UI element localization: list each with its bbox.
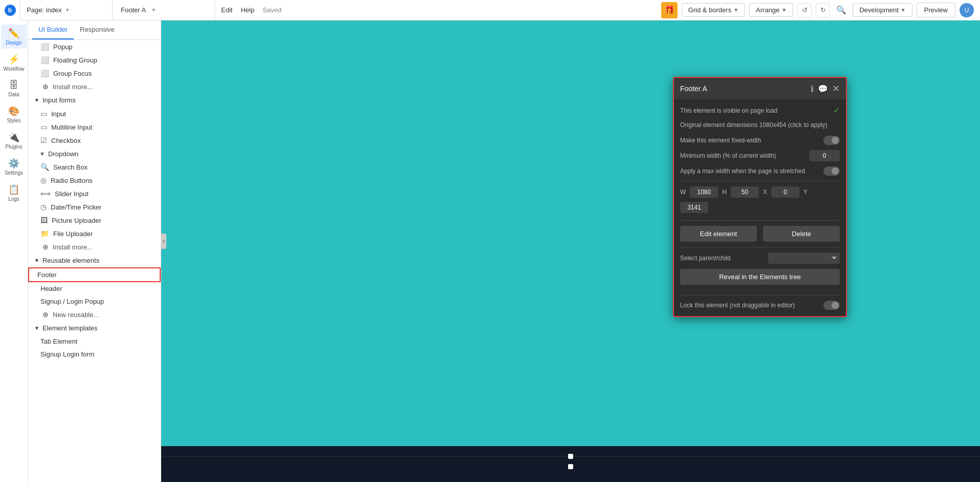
canvas: Footer A ℹ 💬 ✕ This element is visible o… bbox=[161, 20, 980, 482]
section-element-templates[interactable]: ▼ Element templates bbox=[28, 321, 161, 335]
development-button[interactable]: Development ▼ bbox=[853, 3, 912, 17]
max-width-label: Apply a max width when the page is stret… bbox=[680, 167, 819, 175]
visible-label: This element is visible on page load bbox=[680, 107, 829, 114]
panel-item-checkbox[interactable]: ☑ Checkbox bbox=[28, 134, 161, 147]
sidebar-item-data[interactable]: 🗄 Data bbox=[1, 77, 27, 100]
max-width-knob bbox=[832, 167, 839, 175]
grid-borders-button[interactable]: Grid & borders ▼ bbox=[682, 3, 745, 17]
props-title: Footer A bbox=[680, 85, 807, 93]
panel-item-header[interactable]: Header bbox=[28, 282, 161, 295]
info-icon[interactable]: ℹ bbox=[811, 84, 814, 94]
section-templates-arrow-icon: ▼ bbox=[34, 325, 39, 331]
panel-item-input[interactable]: ▭ Input bbox=[28, 107, 161, 120]
panel-item-search-box[interactable]: 🔍 Search Box bbox=[28, 160, 161, 174]
panel-item-popup[interactable]: ⬜ Popup bbox=[28, 40, 161, 53]
canvas-resize-handle-2[interactable] bbox=[568, 464, 573, 469]
separator-1 bbox=[680, 181, 840, 181]
workflow-icon: ⚡ bbox=[8, 54, 19, 65]
tab-responsive[interactable]: Responsive bbox=[74, 20, 121, 39]
panel-item-tab-element[interactable]: Tab Element bbox=[28, 335, 161, 348]
sidebar-item-design[interactable]: ✏️ Design bbox=[1, 25, 27, 49]
page-arrow-icon: ▼ bbox=[65, 7, 70, 13]
panel-item-file-uploader[interactable]: 📁 File Uploader bbox=[28, 227, 161, 240]
panel-add-more-1[interactable]: ⊕ Install more... bbox=[28, 80, 161, 93]
footer-tab[interactable]: Footer A ▼ bbox=[113, 0, 215, 20]
visible-checkmark[interactable]: ✓ bbox=[833, 106, 840, 115]
edit-element-button[interactable]: Edit element bbox=[680, 226, 757, 242]
separator-3 bbox=[680, 247, 840, 247]
comment-icon[interactable]: 💬 bbox=[818, 84, 828, 94]
original-dims-note[interactable]: Original element dimensions 1080x454 (cl… bbox=[680, 120, 840, 130]
lock-knob bbox=[832, 302, 839, 309]
min-width-row: Minimum width (% of current width) bbox=[680, 150, 840, 161]
props-header: Footer A ℹ 💬 ✕ bbox=[674, 78, 846, 99]
section-reusable-arrow-icon: ▼ bbox=[34, 258, 39, 263]
gift-button[interactable]: 🎁 bbox=[661, 2, 678, 18]
panel-item-signup-login-form[interactable]: Signup Login form bbox=[28, 348, 161, 361]
slider-icon: ⟺ bbox=[40, 190, 51, 198]
max-width-toggle[interactable] bbox=[823, 166, 840, 176]
section-input-forms[interactable]: ▼ Input forms bbox=[28, 93, 161, 107]
user-avatar[interactable]: U bbox=[960, 3, 974, 17]
props-header-icons: ℹ 💬 ✕ bbox=[811, 83, 840, 94]
panel-item-group-focus[interactable]: ⬜ Group Focus bbox=[28, 67, 161, 80]
redo-button[interactable]: ↻ bbox=[816, 3, 830, 17]
reveal-elements-tree-button[interactable]: Reveal in the Elements tree bbox=[680, 269, 840, 285]
sidebar-item-logs[interactable]: 📋 Logs bbox=[1, 181, 27, 205]
x-input[interactable] bbox=[771, 186, 799, 198]
canvas-resize-handle-1[interactable] bbox=[568, 454, 573, 459]
panel-item-footer[interactable]: Footer bbox=[28, 267, 161, 282]
popup-icon: ⬜ bbox=[40, 43, 49, 51]
design-icon: ✏️ bbox=[8, 28, 19, 39]
picture-uploader-icon: 🖼 bbox=[40, 216, 48, 224]
panel-item-datetime-picker[interactable]: ◷ Date/Time Picker bbox=[28, 200, 161, 214]
topbar-actions: Edit Help Saved bbox=[215, 6, 288, 14]
undo-button[interactable]: ↺ bbox=[797, 3, 812, 17]
panel-collapse-handle[interactable] bbox=[161, 234, 166, 249]
lock-toggle[interactable] bbox=[823, 301, 840, 310]
arrange-button[interactable]: Arrange ▼ bbox=[749, 3, 793, 17]
panel-item-signup-login-popup[interactable]: Signup / Login Popup bbox=[28, 295, 161, 308]
w-label: W bbox=[680, 188, 686, 196]
sidebar-item-styles[interactable]: 🎨 Styles bbox=[1, 102, 27, 127]
fixed-width-row: Make this element fixed-width bbox=[680, 136, 840, 145]
panel-item-dropdown[interactable]: ▾ Dropdown bbox=[28, 147, 161, 160]
multiline-icon: ▭ bbox=[40, 123, 47, 131]
panel-item-multiline-input[interactable]: ▭ Multiline Input bbox=[28, 120, 161, 134]
section-reusable-elements[interactable]: ▼ Reusable elements bbox=[28, 254, 161, 267]
arrange-arrow-icon: ▼ bbox=[781, 7, 787, 13]
sidebar-item-plugins[interactable]: 🔌 Plugins bbox=[1, 129, 27, 153]
help-menu[interactable]: Help bbox=[241, 6, 254, 14]
delete-button[interactable]: Delete bbox=[763, 226, 840, 242]
grid-borders-arrow-icon: ▼ bbox=[733, 7, 738, 13]
fixed-width-toggle[interactable] bbox=[823, 136, 840, 145]
left-panel: UI Builder Responsive ⬜ Popup ⬜ Floating… bbox=[28, 20, 161, 482]
panel-item-radio-buttons[interactable]: ◎ Radio Buttons bbox=[28, 174, 161, 187]
panel-item-floating-group[interactable]: ⬜ Floating Group bbox=[28, 53, 161, 67]
panel-tabs: UI Builder Responsive bbox=[28, 20, 161, 40]
height-input[interactable] bbox=[731, 186, 759, 198]
panel-new-reusable[interactable]: ⊕ New reusable... bbox=[28, 308, 161, 321]
edit-menu[interactable]: Edit bbox=[221, 6, 232, 14]
file-uploader-icon: 📁 bbox=[40, 229, 49, 238]
panel-add-more-2[interactable]: ⊕ Install more... bbox=[28, 240, 161, 254]
sidebar-item-settings[interactable]: ⚙️ Settings bbox=[1, 155, 27, 179]
parent-child-select[interactable] bbox=[768, 253, 840, 264]
logo[interactable]: b bbox=[0, 0, 20, 20]
width-input[interactable] bbox=[690, 186, 718, 198]
sidebar-item-workflow[interactable]: ⚡ Workflow bbox=[1, 51, 27, 75]
panel-item-slider-input[interactable]: ⟺ Slider Input bbox=[28, 187, 161, 200]
topbar: b Page: index ▼ Footer A ▼ Edit Help Sav… bbox=[0, 0, 980, 20]
tab-ui-builder[interactable]: UI Builder bbox=[32, 20, 74, 39]
page-selector[interactable]: Page: index ▼ bbox=[20, 0, 113, 20]
search-icon[interactable]: 🔍 bbox=[836, 5, 846, 15]
radio-buttons-icon: ◎ bbox=[40, 176, 47, 184]
x-label: X bbox=[763, 188, 767, 196]
plus-icon-1: ⊕ bbox=[42, 82, 49, 91]
preview-button[interactable]: Preview bbox=[917, 3, 955, 17]
plugins-icon: 🔌 bbox=[8, 132, 19, 143]
panel-item-picture-uploader[interactable]: 🖼 Picture Uploader bbox=[28, 214, 161, 227]
close-button[interactable]: ✕ bbox=[832, 83, 840, 94]
y-input[interactable] bbox=[680, 202, 708, 213]
min-width-input[interactable] bbox=[809, 150, 840, 161]
